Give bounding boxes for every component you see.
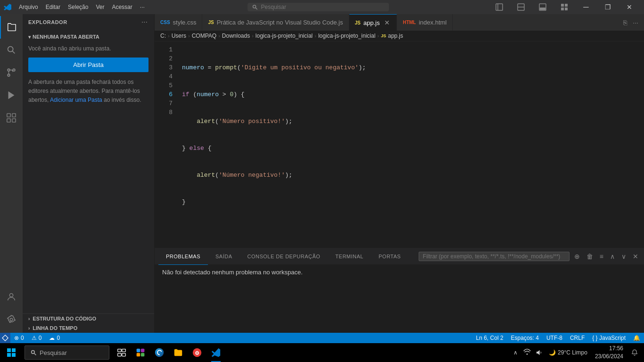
taskbar-vscode-btn[interactable] — [207, 343, 224, 362]
status-notifications[interactable]: ☁0 — [45, 333, 64, 343]
sidebar-toggle-btn[interactable] — [488, 0, 510, 14]
layout-toggle-btn[interactable] — [510, 0, 532, 14]
panel-next-btn[interactable]: ∨ — [619, 251, 628, 262]
svg-line-29 — [34, 353, 36, 355]
code-structure-section[interactable]: › ESTRUTURA DO CÓDIGO — [23, 314, 154, 323]
menu-acessar[interactable]: Acessar — [108, 3, 136, 11]
edge-icon — [154, 347, 165, 358]
status-line-col[interactable]: Ln 6, Col 2 — [472, 333, 507, 343]
tab-app-js-close[interactable]: ✕ — [383, 19, 391, 26]
status-remote-btn[interactable] — [0, 333, 10, 343]
panel-clear-btn[interactable]: 🗑 — [585, 251, 595, 262]
status-spaces[interactable]: Espaços: 4 — [507, 333, 543, 343]
widgets-icon — [136, 348, 145, 357]
notification-icon: ☁ — [49, 335, 55, 341]
svg-point-23 — [10, 318, 13, 321]
code-content[interactable]: numero = prompt('Digite um positivo ou n… — [178, 41, 644, 248]
clock-display[interactable]: 17:56 23/06/2024 — [591, 343, 627, 362]
error-count: 0 — [21, 335, 24, 341]
panel-toggle-btn[interactable] — [532, 0, 553, 14]
status-errors[interactable]: ⊗0 — [10, 333, 28, 343]
sidebar-more-btn[interactable]: ··· — [140, 18, 149, 26]
svg-rect-31 — [122, 349, 126, 352]
breadcrumb-logica-1[interactable]: logica-js-projeto_inicial — [256, 33, 313, 39]
code-line-6: } — [182, 197, 644, 206]
tab-index-html[interactable]: HTML index.html — [397, 14, 453, 31]
account-activity-btn[interactable] — [0, 286, 23, 308]
status-language[interactable]: { } JavaScript — [588, 333, 629, 343]
svg-rect-24 — [7, 348, 11, 352]
svg-rect-7 — [540, 8, 545, 10]
show-hidden-icons-btn[interactable]: ∧ — [511, 343, 520, 362]
minimize-btn[interactable]: ─ — [575, 0, 597, 14]
start-button[interactable] — [2, 343, 21, 362]
taskbar-edge-btn[interactable] — [151, 344, 168, 361]
breadcrumb-sep-3: › — [218, 33, 220, 39]
breadcrumb-compaq[interactable]: COMPAQ — [192, 33, 216, 39]
panel-tab-console[interactable]: CONSOLE DE DEPURAÇÃO — [239, 248, 328, 265]
line-num-7: 7 — [155, 99, 178, 108]
code-editor[interactable]: 1 2 3 4 5 6 7 8 numero = prompt('Digite … — [155, 41, 644, 248]
breadcrumb-c[interactable]: C: — [160, 33, 166, 39]
breadcrumb-downloads[interactable]: Downloads — [222, 33, 250, 39]
breadcrumb-file[interactable]: JS app.js — [381, 33, 403, 39]
notification-center-btn[interactable] — [627, 343, 642, 362]
add-folder-link[interactable]: Adicionar uma Pasta — [50, 97, 102, 103]
explorer-activity-btn[interactable] — [0, 16, 23, 39]
run-debug-activity-btn[interactable] — [0, 84, 23, 107]
panel-tab-terminal[interactable]: TERMINAL — [328, 248, 371, 265]
source-control-activity-btn[interactable] — [0, 61, 23, 84]
titlebar-search[interactable] — [248, 3, 389, 11]
panel-tab-problemas[interactable]: PROBLEMAS — [158, 248, 208, 265]
timeline-section[interactable]: › LINHA DO TEMPO — [23, 323, 154, 333]
settings-activity-btn[interactable] — [0, 308, 23, 331]
panel-collapse-btn[interactable]: ≡ — [598, 251, 605, 262]
customize-layout-btn[interactable] — [553, 0, 575, 14]
split-editor-btn[interactable]: ⎘ — [621, 18, 629, 27]
tab-style-css[interactable]: CSS style.css — [155, 14, 202, 31]
svg-point-0 — [253, 5, 256, 8]
panel-filter-input[interactable] — [419, 252, 570, 261]
open-folder-btn[interactable]: Abrir Pasta — [28, 58, 149, 72]
panel-tab-saida[interactable]: SAÍDA — [208, 248, 240, 265]
volume-icon[interactable] — [534, 343, 545, 362]
taskbar-search-box[interactable]: Pesquisar — [25, 346, 109, 360]
code-line-5: alert('Número negativo!'); — [182, 171, 644, 180]
panel-filter-icon-btn[interactable]: ⊕ — [572, 251, 582, 262]
section-header[interactable]: ▾ NENHUMA PASTA ABERTA — [23, 32, 154, 41]
menu-editar[interactable]: Editar — [42, 3, 64, 11]
menu-selecao[interactable]: Seleção — [64, 3, 92, 11]
status-eol[interactable]: CRLF — [566, 333, 588, 343]
breadcrumb-users[interactable]: Users — [172, 33, 186, 39]
file-explorer-icon — [173, 347, 183, 358]
taskbar-task-view-btn[interactable] — [113, 344, 130, 361]
status-bell[interactable]: 🔔 — [629, 333, 644, 343]
panel-tab-portas[interactable]: PORTAS — [371, 248, 408, 265]
restore-btn[interactable]: ❐ — [597, 0, 619, 14]
search-input[interactable] — [261, 4, 385, 10]
weather-display[interactable]: 🌙 29°C Limpo — [545, 343, 591, 362]
menu-ver[interactable]: Ver — [92, 3, 108, 11]
taskbar-widgets-btn[interactable] — [132, 344, 149, 361]
svg-line-13 — [12, 51, 15, 53]
svg-marker-17 — [8, 91, 15, 99]
panel-close-btn[interactable]: ✕ — [631, 251, 640, 262]
tab-app-js[interactable]: JS app.js ✕ — [349, 14, 397, 31]
taskbar-app5-btn[interactable]: ⚙ — [189, 344, 206, 361]
status-encoding[interactable]: UTF-8 — [543, 333, 566, 343]
extensions-activity-btn[interactable] — [0, 107, 23, 129]
menu-arquivo[interactable]: Arquivo — [15, 3, 42, 11]
panel-prev-btn[interactable]: ∧ — [608, 251, 617, 262]
close-btn[interactable]: ✕ — [619, 0, 640, 14]
search-activity-btn[interactable] — [0, 39, 23, 61]
status-warnings[interactable]: ⚠0 — [28, 333, 46, 343]
menu-more[interactable]: ··· — [136, 3, 149, 11]
taskbar-explorer-btn[interactable] — [170, 344, 187, 361]
notification-bell-icon — [631, 349, 638, 356]
tab-pratica-js[interactable]: JS Prática de JavaScript no Visual Studi… — [202, 14, 349, 31]
network-icon[interactable] — [520, 343, 534, 362]
tab-area-more-btn[interactable]: ··· — [631, 18, 640, 27]
warning-icon: ⚠ — [32, 335, 37, 341]
breadcrumb-logica-2[interactable]: logica-js-projeto_inicial — [318, 33, 375, 39]
date-display: 23/06/2024 — [595, 353, 623, 361]
